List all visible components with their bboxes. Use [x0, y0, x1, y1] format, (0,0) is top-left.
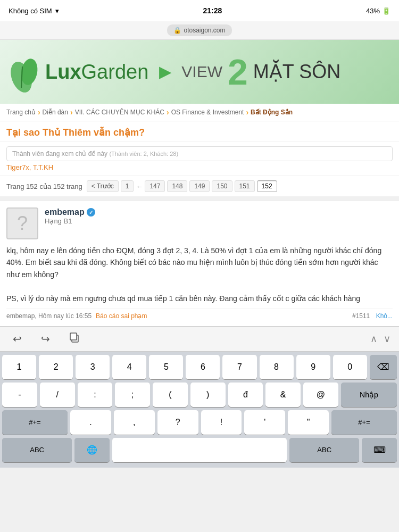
- banner: LuxGarden ▶ VIEW 2 MẶT SÔN: [0, 40, 399, 104]
- battery-icon: 🔋: [382, 7, 390, 15]
- lux-text: Lux: [45, 61, 81, 83]
- breadcrumb-dien-dan[interactable]: Diễn đàn: [43, 109, 68, 116]
- key-7[interactable]: 7: [222, 355, 256, 379]
- avatar: ?: [6, 207, 38, 239]
- key-6[interactable]: 6: [186, 355, 220, 379]
- breadcrumb-trang-chu[interactable]: Trang chủ: [6, 109, 36, 116]
- key-keyboard-icon[interactable]: ⌨: [362, 438, 397, 462]
- key-slash[interactable]: /: [40, 383, 75, 407]
- page-149-btn[interactable]: 149: [189, 180, 210, 192]
- copy-icon: [69, 331, 81, 343]
- lock-icon: 🔒: [173, 27, 181, 34]
- breadcrumb-bat-dong-san[interactable]: Bất Động Sản: [251, 109, 293, 116]
- key-abc-right[interactable]: ABC: [289, 438, 359, 462]
- key-comma[interactable]: ,: [114, 410, 155, 435]
- thread-title: Tại sao Thủ Thiêm vẫn chậm?: [6, 127, 393, 138]
- page-147-btn[interactable]: 147: [145, 180, 165, 192]
- post-container: ? embemap ✓ Hạng B1 klq, hôm nay e lên đ…: [0, 201, 399, 326]
- verified-badge-icon: ✓: [87, 208, 95, 217]
- key-at[interactable]: @: [303, 383, 338, 407]
- breadcrumb-chuyen-muc[interactable]: VII. CÁC CHUYÊN MỤC KHÁC: [75, 109, 164, 116]
- domain-text: otosaigon.com: [184, 27, 225, 34]
- view-text: VIEW: [181, 63, 222, 81]
- copy-paste-button[interactable]: [65, 329, 85, 348]
- keyboard-punct-row: #+= . , ? ! ' " #+=: [2, 410, 397, 435]
- user-rank: Hạng B1: [45, 217, 393, 225]
- key-2[interactable]: 2: [39, 355, 73, 379]
- khong-link[interactable]: Khô...: [376, 312, 393, 320]
- key-semicolon[interactable]: ;: [115, 383, 150, 407]
- report-link[interactable]: Báo cáo sai phạm: [96, 312, 147, 320]
- key-1[interactable]: 1: [2, 355, 36, 379]
- key-0[interactable]: 0: [333, 355, 367, 379]
- pagination: Trang 152 của 152 trang < Trước 1 ← 147 …: [0, 176, 399, 196]
- up-arrow-icon[interactable]: ∧: [370, 333, 377, 345]
- page-150-btn[interactable]: 150: [212, 180, 232, 192]
- post-content: klq, hôm nay e lên đóng tiền cho ĐQM, đó…: [6, 245, 393, 304]
- pagination-info: Trang 152 của 152 trang: [6, 182, 82, 190]
- banner-content: LuxGarden ▶ VIEW 2 MẶT SÔN: [0, 51, 351, 93]
- wifi-icon: ▾: [55, 7, 59, 15]
- post-footer-left: embemap, Hôm nay lúc 16:55 Báo cáo sai p…: [6, 312, 147, 320]
- banner-number: 2: [228, 54, 248, 90]
- page-148-btn[interactable]: 148: [167, 180, 187, 192]
- viewers-meta: (Thành viên: 2, Khách: 28): [109, 151, 178, 157]
- status-left: Không có SIM ▾: [9, 7, 59, 15]
- key-hash-right[interactable]: #+=: [331, 410, 397, 435]
- key-question[interactable]: ?: [157, 410, 198, 435]
- viewers-label: Thành viên đang xem chủ đề này (Thành vi…: [6, 146, 393, 161]
- key-ampersand[interactable]: &: [265, 383, 301, 407]
- address-bar: 🔒 otosaigon.com: [0, 21, 399, 40]
- breadcrumb-sep-2: ›: [70, 108, 73, 117]
- post-footer-right: #1511 Khô...: [352, 312, 393, 320]
- breadcrumb-sep-1: ›: [38, 108, 40, 117]
- edit-toolbar: ↩ ↪ ∧ ∨: [0, 326, 399, 352]
- key-8[interactable]: 8: [260, 355, 294, 379]
- key-period[interactable]: .: [70, 410, 111, 435]
- key-quote[interactable]: ": [288, 410, 329, 435]
- username-text: embemap: [45, 207, 85, 217]
- key-colon[interactable]: :: [78, 383, 113, 407]
- keyboard: 1 2 3 4 5 6 7 8 9 0 ⌫ - / : ; ( ) đ & @ …: [0, 352, 399, 468]
- key-5[interactable]: 5: [149, 355, 183, 379]
- toolbar-nav-arrows: ∧ ∨: [370, 333, 390, 345]
- key-3[interactable]: 3: [76, 355, 110, 379]
- battery-text: 43%: [366, 7, 380, 15]
- post-header: ? embemap ✓ Hạng B1: [6, 207, 393, 239]
- prev-page-btn[interactable]: < Trước: [87, 180, 119, 192]
- carrier-text: Không có SIM: [9, 7, 52, 15]
- page-151-btn[interactable]: 151: [235, 180, 255, 192]
- viewers-label-text: Thành viên đang xem chủ đề này: [12, 150, 107, 157]
- undo-button[interactable]: ↩: [9, 330, 26, 347]
- key-d-bar[interactable]: đ: [228, 383, 263, 407]
- key-backspace[interactable]: ⌫: [370, 355, 397, 379]
- page-1-btn[interactable]: 1: [121, 180, 134, 192]
- username: embemap ✓: [45, 207, 393, 217]
- down-arrow-icon[interactable]: ∨: [384, 333, 390, 345]
- key-exclaim[interactable]: !: [201, 410, 242, 435]
- key-9[interactable]: 9: [296, 355, 330, 379]
- viewers-section: Thành viên đang xem chủ đề này (Thành vi…: [0, 142, 399, 176]
- avatar-placeholder-icon: ?: [17, 212, 28, 235]
- key-lparen[interactable]: (: [153, 383, 188, 407]
- status-time: 21:28: [203, 6, 222, 15]
- redo-button[interactable]: ↪: [37, 330, 54, 347]
- key-space[interactable]: [112, 438, 287, 462]
- garden-text: Garden: [81, 61, 149, 83]
- breadcrumb-sep-3: ›: [167, 108, 169, 117]
- breadcrumb-os-finance[interactable]: OS Finance & Investment: [171, 109, 244, 116]
- key-apostrophe[interactable]: ': [244, 410, 285, 435]
- keyboard-bottom-row: ABC 🌐 ABC ⌨: [2, 438, 397, 462]
- post-number: #1511: [352, 312, 370, 320]
- status-bar: Không có SIM ▾ 21:28 43% 🔋: [0, 0, 399, 21]
- key-hash-left[interactable]: #+=: [2, 410, 68, 435]
- key-nhap[interactable]: Nhập: [341, 383, 397, 407]
- key-rparen[interactable]: ): [190, 383, 226, 407]
- key-abc-left[interactable]: ABC: [2, 438, 72, 462]
- key-globe[interactable]: 🌐: [74, 438, 110, 462]
- key-4[interactable]: 4: [112, 355, 146, 379]
- post-thread-title-section: Tại sao Thủ Thiêm vẫn chậm?: [0, 121, 399, 142]
- url-bar[interactable]: 🔒 otosaigon.com: [167, 24, 231, 36]
- page-152-btn[interactable]: 152: [257, 180, 277, 192]
- key-dash[interactable]: -: [2, 383, 37, 407]
